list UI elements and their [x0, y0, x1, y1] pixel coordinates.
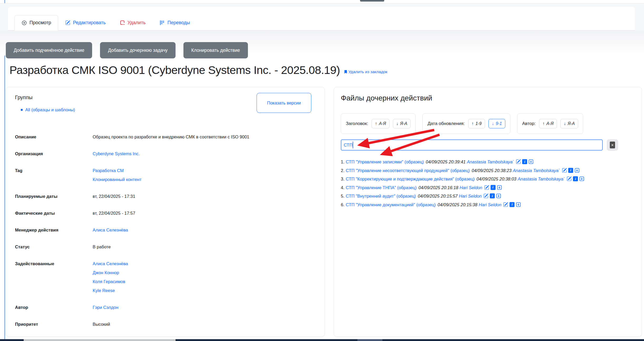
detail-values: В работе: [93, 242, 111, 251]
add-child-task-button[interactable]: Добавить дочернюю задачу: [100, 42, 175, 58]
download-file-icon[interactable]: [528, 159, 533, 164]
detail-value-link[interactable]: Клонированный контент: [93, 175, 142, 184]
file-author-link[interactable]: Hari Seldon: [459, 194, 482, 198]
tab-delete[interactable]: Удалить: [113, 15, 153, 31]
file-search-input[interactable]: СТП: [341, 139, 603, 151]
edit-file-icon[interactable]: [562, 168, 567, 173]
text-caret: [353, 142, 353, 148]
file-link[interactable]: СТП "Управление ТНПА" (образец): [346, 185, 417, 190]
edit-file-icon[interactable]: [567, 176, 572, 181]
detail-values: вт, 22/04/2025 - 17:57: [93, 209, 135, 218]
download-file-icon[interactable]: [579, 176, 584, 181]
sorter-update-date-label: Дата обновления:: [427, 121, 465, 126]
detail-label: Приоритет: [15, 320, 93, 329]
child-files-heading: Файлы дочерних действий: [341, 94, 635, 102]
detail-row: Статус В работе: [15, 242, 316, 251]
show-versions-button[interactable]: Показать версии: [257, 93, 311, 113]
file-link[interactable]: СТП "Управление записями" (образец): [346, 159, 424, 164]
detail-value-link[interactable]: Алиса Селезнёва: [93, 259, 128, 268]
download-file-icon[interactable]: [575, 168, 580, 173]
sorter-update-date: Дата обновления: ↑1-9 ↓9-1: [422, 113, 510, 134]
tab-view[interactable]: Просмотр: [14, 15, 58, 31]
file-author-link[interactable]: Anastasia Tambolskaya`: [467, 159, 514, 164]
file-info-icon[interactable]: [568, 168, 573, 173]
remove-bookmark-label: Удалить из закладок: [348, 69, 387, 74]
sort-title-asc-button[interactable]: ↑А-Я: [372, 119, 390, 128]
sorter-title: Заголовок: ↑А-Я ↓Я-А: [341, 113, 416, 134]
partially-visible-top-button[interactable]: [360, 0, 384, 2]
detail-value-link[interactable]: Джон Коннор: [93, 268, 128, 277]
detail-value: Образец проекта по разработке и внедрени…: [93, 132, 249, 141]
download-file-icon[interactable]: [497, 185, 502, 190]
sort-author-desc-button[interactable]: ↓Я-А: [560, 119, 578, 128]
detail-values: Разработка СМКлонированный контент: [93, 166, 142, 184]
detail-label: Статус: [15, 242, 93, 251]
arrow-up-icon: ↑: [375, 121, 377, 126]
file-author-link[interactable]: Hari Seldon: [460, 185, 482, 190]
detail-value-link[interactable]: Гэри Сэлдон: [93, 303, 118, 312]
sort-date-asc-button[interactable]: ↑1-9: [468, 119, 485, 128]
file-info-icon[interactable]: [510, 202, 515, 207]
file-link[interactable]: СТП "Корректирующие и подтверждающие дей…: [346, 177, 475, 181]
clear-search-button[interactable]: [607, 139, 618, 151]
detail-row: Организация Cyberdyne Systems Inc.: [15, 149, 316, 158]
bookmark-icon: [344, 70, 348, 74]
file-info-icon[interactable]: [491, 185, 496, 190]
edit-file-icon[interactable]: [516, 159, 521, 164]
translations-flag-icon: [160, 20, 165, 25]
add-sub-action-button[interactable]: Добавить подчинённое действие: [6, 42, 92, 58]
file-list-item: 4.СТП "Управление ТНПА" (образец)04/09/2…: [341, 183, 635, 192]
detail-label: Задействованные: [15, 259, 93, 295]
group-link[interactable]: All (образцы и шаблоны): [25, 107, 75, 112]
file-updated-timestamp: 04/09/2025 20:16:18: [418, 185, 458, 190]
detail-value-link[interactable]: Kyle Reese: [93, 286, 128, 295]
file-updated-timestamp: 04/09/2025 20:15:38: [438, 202, 477, 207]
scrollbar-thumb[interactable]: [24, 339, 176, 341]
detail-value-link[interactable]: Разработка СМ: [93, 166, 142, 175]
sort-title-desc-label: Я-А: [400, 121, 407, 126]
sorter-author: Автор: ↑А-Я ↓Я-А: [517, 113, 583, 134]
tab-edit[interactable]: Редактировать: [58, 15, 113, 31]
download-file-icon[interactable]: [496, 193, 501, 198]
arrow-down-icon: ↓: [492, 121, 494, 126]
sorter-title-label: Заголовок:: [346, 121, 368, 126]
detail-value: вт, 22/04/2025 - 17:31: [93, 192, 135, 201]
sort-date-desc-button[interactable]: ↓9-1: [488, 119, 505, 128]
detail-value-link[interactable]: Cyberdyne Systems Inc.: [93, 149, 140, 158]
scrollbar-thumb-secondary[interactable]: [357, 339, 382, 341]
edit-file-icon[interactable]: [484, 185, 489, 190]
file-link[interactable]: СТП "Управление документацией" (образец): [346, 202, 436, 207]
sort-title-desc-button[interactable]: ↓Я-А: [393, 119, 411, 128]
file-info-icon[interactable]: [573, 176, 578, 181]
file-number: 2.: [341, 168, 345, 173]
page-title: Разработка СМК ISO 9001 (Cyberdyne Syste…: [9, 64, 340, 77]
tab-bar: Просмотр Редактировать Удалить Переводы: [14, 15, 197, 31]
detail-value: вт, 22/04/2025 - 17:57: [93, 209, 135, 218]
sort-date-asc-label: 1-9: [476, 121, 482, 126]
arrow-down-icon: ↓: [564, 121, 566, 126]
detail-label: Описание: [15, 132, 93, 141]
sort-author-asc-button[interactable]: ↑А-Я: [539, 119, 557, 128]
edit-file-icon[interactable]: [483, 193, 488, 198]
file-info-icon[interactable]: [490, 193, 495, 198]
sorter-author-label: Автор:: [522, 121, 536, 126]
download-file-icon[interactable]: [516, 202, 521, 207]
file-number: 6.: [341, 202, 345, 207]
detail-values: Алиса СелезнёваДжон КоннорКоля Герасимов…: [93, 259, 128, 295]
clone-action-button[interactable]: Клонировать действие: [183, 42, 248, 58]
detail-value-link[interactable]: Алиса Селезнёва: [93, 225, 128, 234]
remove-bookmark-link[interactable]: Удалить из закладок: [344, 69, 387, 74]
file-updated-timestamp: 04/09/2025 20:15:57: [418, 194, 457, 198]
file-link[interactable]: СТП "Управление несоответствующей продук…: [346, 168, 470, 173]
file-link[interactable]: СТП "Внутренний аудит" (образец): [346, 194, 416, 198]
edit-file-icon[interactable]: [503, 202, 508, 207]
file-author-link[interactable]: Hari Seldon: [479, 202, 501, 207]
detail-values: вт, 22/04/2025 - 17:31: [93, 192, 135, 201]
detail-value-link[interactable]: Коля Герасимов: [93, 277, 128, 286]
tab-translations[interactable]: Переводы: [153, 15, 197, 31]
eye-icon: [22, 20, 27, 26]
detail-label: Планируемые даты: [15, 192, 93, 201]
file-info-icon[interactable]: [522, 159, 527, 164]
file-author-link[interactable]: Anastasia Tambolskaya`: [518, 177, 565, 181]
file-author-link[interactable]: Anastasia Tambolskaya`: [513, 168, 560, 173]
